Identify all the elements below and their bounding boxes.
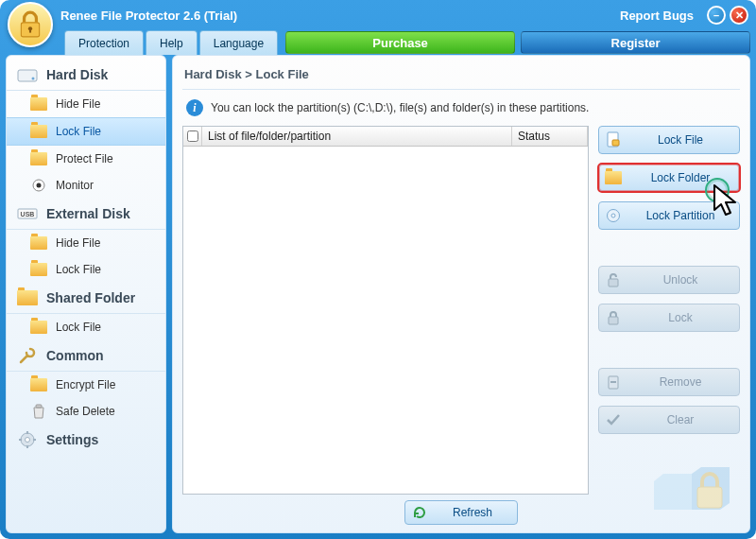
app-window: Renee File Protector 2.6 (Trial) Report … <box>0 0 756 539</box>
svg-rect-20 <box>609 279 618 287</box>
sidebar-group-common[interactable]: Common <box>7 340 165 372</box>
remove-icon <box>599 374 627 390</box>
sidebar-group-label: Hard Disk <box>46 67 108 82</box>
menu-language[interactable]: Language <box>199 30 278 55</box>
main-panel: Hard Disk > Lock File i You can lock the… <box>172 55 750 533</box>
sidebar-group-external-disk[interactable]: USB External Disk <box>7 199 165 230</box>
usb-icon: USB <box>16 204 39 223</box>
unlock-button[interactable]: Unlock <box>598 266 740 294</box>
body-area: Hard Disk Hide File Lock File Protect Fi… <box>6 55 750 533</box>
col-name[interactable]: List of file/folder/partition <box>202 127 512 146</box>
folder-icon <box>29 262 48 277</box>
app-title: Renee File Protector 2.6 (Trial) <box>60 9 237 23</box>
svg-point-11 <box>26 438 30 443</box>
sidebar-item-shared-lock-file[interactable]: Lock File <box>7 314 165 340</box>
folder-icon <box>29 320 48 335</box>
col-status[interactable]: Status <box>512 127 588 146</box>
menu-protection[interactable]: Protection <box>64 30 144 55</box>
check-icon <box>599 413 627 426</box>
sidebar: Hard Disk Hide File Lock File Protect Fi… <box>6 55 166 533</box>
refresh-icon <box>405 505 434 520</box>
clear-button[interactable]: Clear <box>598 406 740 434</box>
menu-help[interactable]: Help <box>146 30 198 55</box>
sidebar-item-encrypt-file[interactable]: Encrypt File <box>7 372 165 398</box>
svg-rect-3 <box>18 70 37 81</box>
sidebar-group-label: Shared Folder <box>46 290 135 305</box>
content-row: List of file/folder/partition Status Loc… <box>182 126 740 495</box>
svg-point-6 <box>37 183 42 188</box>
file-lock-icon <box>599 131 627 148</box>
sidebar-item-monitor[interactable]: Monitor <box>7 172 165 199</box>
report-bugs-link[interactable]: Report Bugs <box>620 9 694 23</box>
list-body <box>183 147 588 494</box>
folder-icon <box>29 124 48 139</box>
trash-icon <box>29 404 48 419</box>
unlock-icon <box>599 272 627 287</box>
folder-lock-icon <box>599 171 627 184</box>
svg-point-4 <box>32 78 35 80</box>
lock-button[interactable]: Lock <box>598 304 740 332</box>
tools-icon <box>16 346 39 365</box>
sidebar-group-shared-folder[interactable]: Shared Folder <box>7 283 165 314</box>
breadcrumb: Hard Disk > Lock File <box>182 63 740 90</box>
folder-icon <box>29 235 48 251</box>
sidebar-group-hard-disk[interactable]: Hard Disk <box>7 60 165 91</box>
lock-icon <box>599 310 627 325</box>
folder-shield-icon <box>29 151 48 166</box>
svg-text:USB: USB <box>21 211 35 217</box>
info-icon: i <box>186 99 203 116</box>
purchase-button[interactable]: Purchase <box>285 31 515 54</box>
svg-rect-9 <box>36 405 42 408</box>
svg-rect-21 <box>609 317 618 324</box>
action-column: Lock File Lock Folder Lock Partition Unl… <box>598 126 740 495</box>
sidebar-item-ext-lock-file[interactable]: Lock File <box>7 256 165 283</box>
refresh-row: Refresh <box>182 495 740 525</box>
hard-disk-icon <box>16 65 39 84</box>
col-checkbox[interactable] <box>183 127 202 146</box>
register-button[interactable]: Register <box>521 31 750 54</box>
folder-icon <box>29 96 48 112</box>
remove-button[interactable]: Remove <box>598 368 740 396</box>
svg-point-19 <box>611 214 615 217</box>
list-header: List of file/folder/partition Status <box>183 127 588 147</box>
svg-rect-17 <box>612 140 619 146</box>
titlebar: Renee File Protector 2.6 (Trial) Report … <box>0 0 756 30</box>
menubar: Protection Help Language Purchase Regist… <box>0 30 756 55</box>
refresh-button[interactable]: Refresh <box>404 500 518 525</box>
select-all-checkbox[interactable] <box>187 130 198 142</box>
sidebar-group-label: External Disk <box>46 206 130 221</box>
sidebar-item-ext-hide-file[interactable]: Hide File <box>7 230 165 256</box>
lock-folder-button[interactable]: Lock Folder <box>598 164 740 192</box>
gear-icon <box>16 430 39 449</box>
sidebar-item-protect-file[interactable]: Protect File <box>7 146 165 172</box>
sidebar-group-label: Settings <box>46 432 98 447</box>
info-bar: i You can lock the partition(s) (C:\,D:\… <box>182 90 740 126</box>
sidebar-item-lock-file[interactable]: Lock File <box>7 117 165 146</box>
shared-folder-icon <box>16 288 39 307</box>
sidebar-item-hide-file[interactable]: Hide File <box>7 91 165 117</box>
file-list: List of file/folder/partition Status <box>182 126 589 495</box>
lock-partition-button[interactable]: Lock Partition <box>598 201 740 230</box>
folder-refresh-icon <box>29 377 48 392</box>
info-text: You can lock the partition(s) (C:\,D:\),… <box>211 101 589 114</box>
disc-icon <box>599 208 627 223</box>
sidebar-group-settings[interactable]: Settings <box>7 425 165 455</box>
sidebar-group-label: Common <box>46 348 104 363</box>
monitor-icon <box>29 178 48 193</box>
sidebar-item-safe-delete[interactable]: Safe Delete <box>7 398 165 425</box>
close-button[interactable]: ✕ <box>730 6 748 25</box>
minimize-button[interactable]: – <box>707 6 726 25</box>
lock-file-button[interactable]: Lock File <box>598 126 740 154</box>
